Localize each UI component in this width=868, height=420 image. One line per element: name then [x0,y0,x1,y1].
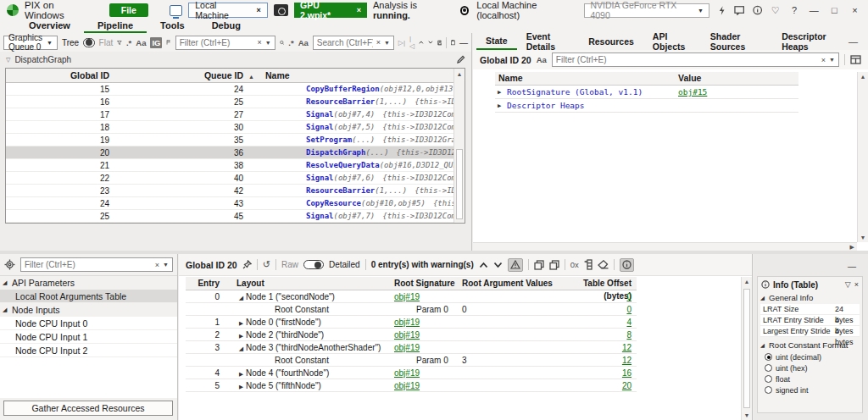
gear-icon[interactable] [4,259,15,270]
show-info-panel-toggle[interactable] [620,258,634,272]
capture-tab[interactable]: GPU 2.wpix* × [294,3,367,18]
column-root-signature[interactable]: Root Signature [394,277,460,290]
minimize-icon[interactable]: — [808,5,821,15]
root-signature-cell[interactable]: obj#19 [394,290,460,302]
table-offset-cell[interactable]: 16 [562,367,637,379]
chevron-down-icon[interactable]: ▼ [384,40,390,46]
lrat-row[interactable]: 2 Node 2 ("thirdNode") obj#19 8 [186,329,637,341]
queue-select[interactable]: Graphics Queue 0 ▼ [3,36,58,50]
tree-item[interactable]: Local Root Arguments Table [0,290,177,303]
column-name[interactable]: Name [257,69,465,82]
lrat-row[interactable]: 1 Node 0 ("firstNode") obj#19 4 [186,316,637,329]
clear-icon[interactable]: × [257,38,261,47]
state-value[interactable] [675,99,798,112]
file-menu-button[interactable]: File [109,3,148,17]
event-row[interactable]: 24 43 CopyResource(obj#10,obj#5){this->I… [6,197,453,210]
regex-icon[interactable]: .* [126,38,131,47]
tab-tools[interactable]: Tools [147,20,198,33]
expand-arrow-icon[interactable] [236,317,246,328]
lrat-row[interactable]: Root Constant Param 0 3 12 [186,354,637,367]
tab-state[interactable]: State [476,34,517,50]
table-offset-cell[interactable]: 0 [562,303,637,315]
hex-display-icon[interactable]: 0x [570,260,579,269]
radio-icon[interactable] [765,364,772,372]
clear-format-icon[interactable] [598,260,609,269]
tab-pipeline[interactable]: Pipeline [84,20,147,33]
column-queue-id[interactable]: Queue ID▲ [116,69,257,82]
tab-descriptor-heaps[interactable]: Descriptor Heaps [772,30,849,54]
state-horizontal-scrollbar[interactable]: ▶ [473,242,857,251]
collapse-pane-icon[interactable]: — [459,38,468,47]
radio-option[interactable]: uint (decimal) [758,351,862,362]
next-match-icon[interactable] [428,39,433,46]
match-case-icon[interactable]: Aa [136,38,146,47]
goto-first-icon[interactable]: |◁ [409,35,415,50]
tree-item[interactable]: Node CPU Input 1 [0,330,177,344]
column-layout[interactable]: Layout [228,277,394,290]
expand-arrow-icon[interactable]: ▶ [498,86,501,98]
root-signature-cell[interactable]: Param 0 [394,303,460,315]
tab-debug[interactable]: Debug [198,20,254,33]
radio-option[interactable]: uint (hex) [758,362,862,373]
table-offset-cell[interactable]: 12 [562,354,637,366]
tab-event-details[interactable]: Event Details [517,30,579,54]
regex-icon[interactable]: .* [288,38,293,47]
lrat-row[interactable]: 5 Node 5 ("fifthNode") obj#19 20 [186,379,637,392]
maximize-icon[interactable]: □ [828,5,841,15]
scroll-down-icon[interactable]: ▼ [858,235,868,240]
entry-stride-icon[interactable] [584,259,593,270]
table-offset-cell[interactable]: 12 [562,341,637,353]
show-warnings-toggle[interactable] [508,258,523,272]
match-case-icon[interactable]: Aa [537,55,547,64]
tab-shader-sources[interactable]: Shader Sources [701,30,772,54]
event-row[interactable]: 15 24 CopyBufferRegion(obj#12,0,obj#13,0… [6,83,453,96]
collapse-pane-icon[interactable]: — [848,262,856,271]
scrollbar-thumb[interactable] [743,289,750,408]
expand-arrow-icon[interactable] [236,329,246,340]
collapse-icon[interactable]: ▽ [6,57,10,64]
event-row[interactable]: 18 30 Signal(obj#7,5){this->ID3D12Comman… [6,121,453,134]
tree-item[interactable]: Node CPU Input 2 [0,344,177,357]
events-search-input[interactable] [317,38,373,47]
expand-arrow-icon[interactable]: ▶ [498,99,501,112]
chevron-down-icon[interactable]: ▼ [829,57,835,63]
scrollbar-thumb[interactable] [456,149,463,219]
search-icon[interactable] [280,38,285,47]
table-offset-cell[interactable]: 20 [562,379,637,391]
column-global-id[interactable]: Global ID [6,69,116,82]
match-case-icon[interactable]: Aa [298,38,309,47]
history-icon[interactable]: ↺ [263,259,270,270]
event-row[interactable]: 21 38 ResolveQueryData(obj#16,D3D12_QUER… [6,159,453,172]
close-icon[interactable]: × [849,5,861,15]
scroll-up-icon[interactable]: ▲ [742,277,752,285]
lrat-row[interactable]: 4 Node 4 ("fourthNode") obj#19 16 [186,367,637,379]
state-value[interactable]: obj#15 [675,86,798,98]
connection-tab[interactable]: Local Machine × [188,3,268,18]
next-warning-icon[interactable] [493,262,503,268]
expand-arrow-icon[interactable] [236,291,246,302]
heart-icon[interactable]: ♡ [770,5,781,16]
close-icon[interactable]: × [357,6,361,14]
table-offset-cell[interactable]: 0 [562,290,637,302]
lightning-icon[interactable] [717,5,726,16]
column-value[interactable]: Value [675,72,798,85]
state-row[interactable]: ▶Descriptor Heaps [495,99,798,113]
edit-pencil-icon[interactable] [456,55,465,64]
event-row[interactable]: 17 27 Signal(obj#7,4){this->ID3D12Comman… [6,108,453,121]
state-vertical-scrollbar[interactable]: ▲ ▼ [857,72,868,242]
record-icon[interactable] [460,6,470,15]
copy-icon[interactable] [534,260,544,270]
scroll-right-icon[interactable]: ▶ [850,244,854,251]
tab-api-objects[interactable]: API Objects [643,30,701,54]
scroll-up-icon[interactable]: ▲ [454,69,465,77]
radio-icon[interactable] [765,353,772,361]
prev-warning-icon[interactable] [479,262,488,268]
radio-option[interactable]: signed int [758,384,862,395]
close-icon[interactable]: × [257,6,261,14]
lrat-row[interactable]: Root Constant Param 0 0 0 [186,303,637,316]
root-signature-cell[interactable]: obj#19 [394,316,460,328]
tree-item[interactable]: API Parameters [0,276,177,290]
event-row[interactable]: 25 45 Signal(obj#7,7){this->ID3D12Comman… [6,210,453,223]
lrat-scrollbar[interactable]: ▲ ▼ [741,277,752,420]
raw-detailed-toggle[interactable] [303,260,324,269]
